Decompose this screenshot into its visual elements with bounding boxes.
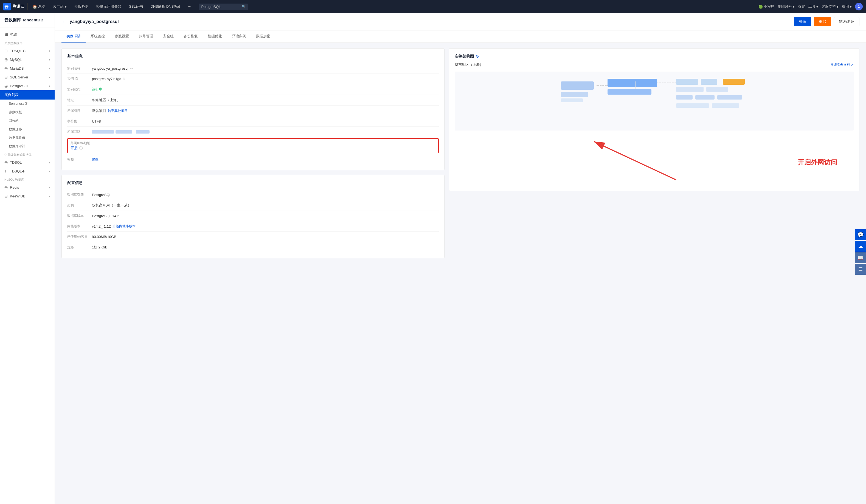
search-input[interactable] <box>199 3 248 10</box>
float-btn-docs[interactable]: 📖 <box>855 252 866 263</box>
keewidb-icon: ⊞ <box>4 194 8 198</box>
tab-performance[interactable]: 性能优化 <box>203 31 227 43</box>
nav-billing[interactable]: 费用 ▾ <box>842 4 852 9</box>
page-title: yangbuyiya_postgresql <box>70 19 119 24</box>
overview-icon: ▦ <box>4 32 8 36</box>
nav-dns[interactable]: DNS解析 DNSPod <box>148 4 183 9</box>
relational-section-title: 关系型数据库 <box>0 39 55 46</box>
config-row-storage: 已使用/总容量 90.00MB/10GB <box>67 232 439 242</box>
value-status: 运行中 <box>92 87 439 92</box>
sidebar-item-serverless[interactable]: Serverless版 <box>0 100 55 108</box>
sidebar-item-overview[interactable]: ▦ 概览 <box>0 30 55 39</box>
nav-ssl[interactable]: SSL证书 <box>126 4 146 9</box>
sidebar-item-param-template[interactable]: 参数模板 <box>0 108 55 116</box>
logo-text: 腾讯云 <box>13 4 24 9</box>
tab-accounts[interactable]: 账号管理 <box>134 31 158 43</box>
avatar[interactable]: 1 <box>855 3 863 10</box>
postgresql-icon: ◎ <box>4 84 8 88</box>
back-button[interactable]: ← <box>62 19 66 25</box>
chevron-right2-icon: ▾ <box>49 67 50 70</box>
svg-rect-6 <box>608 89 652 95</box>
info-row-region: 地域 华东地区（上海） <box>67 95 439 105</box>
sidebar-item-mariadb[interactable]: ◎ MariaDB ▾ <box>0 64 55 73</box>
nav-lighthouse[interactable]: 轻量应用服务器 <box>93 4 124 9</box>
restart-button[interactable]: 重启 <box>814 17 831 26</box>
nav-miniprogram[interactable]: 🟢 小程序 <box>758 4 774 9</box>
main-content: ← yangbuyiya_postgresql 登录 重启 销毁/退还 实例详情… <box>55 13 866 504</box>
svg-rect-12 <box>706 87 728 92</box>
value-region: 华东地区（上海） <box>92 98 439 103</box>
tags-edit-link[interactable]: 修改 <box>92 157 99 162</box>
label-version: 数据库版本 <box>67 214 92 218</box>
architecture-card: 实例架构图 ↻ 华东地区（上海） 只读实例文档 ↗ <box>449 48 859 191</box>
svg-rect-2 <box>561 81 594 90</box>
label-ipv4: 外网IPv4地址 <box>70 141 95 146</box>
sidebar-item-tdsql[interactable]: ◎ TDSQL ▾ <box>0 158 55 167</box>
info-row-id: 实例 ID postgres-ay7lh1gq ⎘ <box>67 74 439 84</box>
sidebar-item-keewidb[interactable]: ⊞ KeeWiDB ▾ <box>0 192 55 201</box>
destroy-button[interactable]: 销毁/退还 <box>834 17 859 26</box>
sidebar-item-sqlserver[interactable]: ⊞ SQL Server ▾ <box>0 73 55 81</box>
sidebar-item-mysql[interactable]: ◎ MySQL ▾ <box>0 55 55 64</box>
tab-backup[interactable]: 备份恢复 <box>179 31 203 43</box>
logo: 云 腾讯云 <box>3 3 28 10</box>
content-area: 基本信息 实例名称 yangbuyiya_postgresql ✏ 实例 ID <box>55 43 866 264</box>
network-blurred-3 <box>136 130 149 134</box>
sidebar-item-instance-list[interactable]: 实例列表 <box>0 90 55 100</box>
left-panel: 基本信息 实例名称 yangbuyiya_postgresql ✏ 实例 ID <box>62 48 445 258</box>
search-icon: 🔍 <box>242 5 246 9</box>
tab-security[interactable]: 安全组 <box>158 31 179 43</box>
arch-doc-link[interactable]: 只读实例文档 ↗ <box>830 62 854 67</box>
label-arch: 架构 <box>67 203 92 208</box>
float-btn-chat[interactable]: 💬 <box>855 229 866 240</box>
tab-instance-detail[interactable]: 实例详情 <box>62 31 86 43</box>
sidebar-item-redis[interactable]: ◎ Redis ▾ <box>0 183 55 192</box>
nav-cvm[interactable]: 云服务器 <box>71 4 91 9</box>
nav-support[interactable]: 客服支持 ▾ <box>822 4 839 9</box>
sidebar-item-tdsqlc[interactable]: ⊞ TDSQL-C ▾ <box>0 46 55 55</box>
tdsqlc-icon: ⊞ <box>4 48 8 53</box>
ipv4-enable-button[interactable]: 开启 <box>70 146 78 150</box>
nav-group-account[interactable]: 集团账号 ▾ <box>778 4 795 9</box>
nav-products[interactable]: 云产品 ▾ <box>50 4 69 9</box>
value-instance-name: yangbuyiya_postgresql ✏ <box>92 66 439 70</box>
ipv4-info-icon[interactable]: ⓘ <box>79 146 83 150</box>
right-panel: 实例架构图 ↻ 华东地区（上海） 只读实例文档 ↗ <box>449 48 859 191</box>
config-info-card: 配置信息 数据库引擎 PostgreSQL 架构 双机高可用（一主一从） 数据库… <box>62 175 445 258</box>
refresh-icon[interactable]: ↻ <box>476 55 479 59</box>
sidebar-item-postgresql[interactable]: ◎ PostgreSQL ▾ <box>0 81 55 90</box>
float-btn-menu[interactable]: ☰ <box>855 264 866 275</box>
config-row-spec: 规格 1核 2 GiB <box>67 242 439 253</box>
enterprise-section-title: 企业级分布式数据库 <box>0 150 55 158</box>
label-instance-name: 实例名称 <box>67 66 92 71</box>
nav-more[interactable]: ··· <box>185 4 194 9</box>
label-network: 所属网络 <box>67 129 92 134</box>
sidebar-item-backup[interactable]: 数据库备份 <box>0 134 55 142</box>
tab-params[interactable]: 参数设置 <box>110 31 134 43</box>
copy-icon[interactable]: ⎘ <box>123 77 125 81</box>
login-button[interactable]: 登录 <box>794 17 811 26</box>
edit-icon[interactable]: ✏ <box>130 67 133 70</box>
sidebar-item-tdsqlh[interactable]: ⊪ TDSQL-H ▾ <box>0 167 55 175</box>
nav-overview[interactable]: 🏠 总览 <box>30 4 48 9</box>
value-network <box>92 130 439 134</box>
upgrade-kernel-link[interactable]: 升级内核小版本 <box>112 224 135 229</box>
nav-tools[interactable]: 工具 ▾ <box>808 4 818 9</box>
info-row-tags: 标签 修改 <box>67 154 439 164</box>
value-tags: 修改 <box>92 157 439 162</box>
annotation-area: 开启外网访问 <box>455 136 854 185</box>
label-spec: 规格 <box>67 245 92 250</box>
tab-readonly[interactable]: 只读实例 <box>227 31 251 43</box>
config-row-version: 数据库版本 PostgreSQL 14.2 <box>67 211 439 221</box>
tab-encryption[interactable]: 数据加密 <box>251 31 275 43</box>
svg-rect-14 <box>695 95 714 100</box>
sidebar-item-migration[interactable]: 数据迁移 <box>0 125 55 134</box>
value-storage: 90.00MB/10GB <box>92 235 439 239</box>
tab-monitor[interactable]: 系统监控 <box>86 31 110 43</box>
nav-filing[interactable]: 备案 <box>798 4 805 9</box>
sidebar-item-recycle[interactable]: 回收站 <box>0 116 55 125</box>
sidebar-item-audit[interactable]: 数据库审计 <box>0 142 55 150</box>
value-project: 默认项目 转至其他项目 <box>92 108 439 113</box>
float-btn-cloud[interactable]: ☁ <box>855 241 866 252</box>
project-link[interactable]: 转至其他项目 <box>108 108 127 113</box>
